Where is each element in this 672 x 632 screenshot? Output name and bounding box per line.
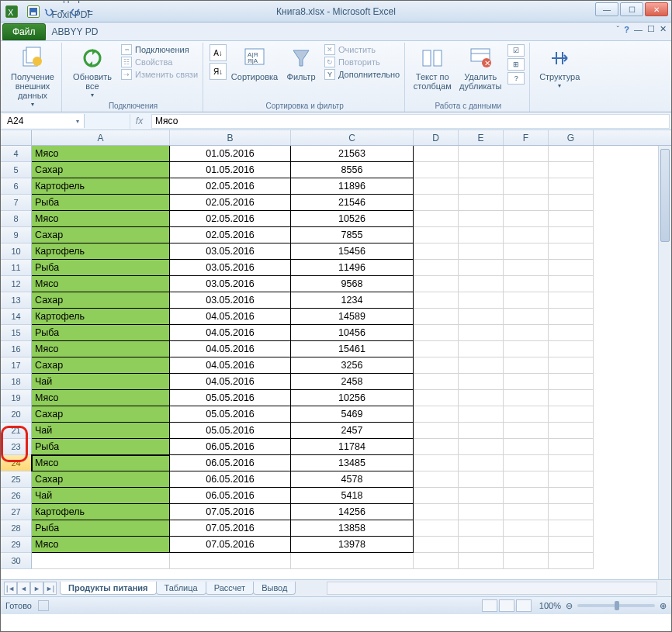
cell[interactable]: 03.05.2016 (170, 276, 291, 292)
col-header-B[interactable]: B (170, 130, 291, 145)
name-box[interactable]: A24 ▾ (2, 114, 85, 128)
text-to-columns-button[interactable]: Текст по столбцам (411, 44, 453, 91)
cell[interactable]: Мясо (32, 211, 170, 227)
row-header[interactable]: 5 (1, 162, 32, 178)
cell[interactable] (504, 243, 549, 260)
cell[interactable]: 14256 (291, 504, 414, 520)
row-header[interactable]: 14 (1, 309, 32, 325)
cell[interactable] (414, 178, 459, 195)
cell[interactable]: Мясо (32, 341, 170, 357)
cell[interactable] (414, 243, 459, 260)
sheet-tab[interactable]: Продукты питания (60, 582, 157, 595)
cell[interactable] (549, 374, 594, 390)
zoom-level[interactable]: 100% (539, 601, 561, 610)
cell[interactable] (549, 309, 594, 325)
cell[interactable]: 07.05.2016 (170, 504, 291, 520)
cell[interactable]: 04.05.2016 (170, 374, 291, 390)
cell[interactable] (504, 504, 549, 520)
cell[interactable]: 06.05.2016 (170, 471, 291, 488)
cell[interactable]: Сахар (32, 292, 170, 309)
cell[interactable] (170, 553, 291, 569)
cell[interactable] (414, 276, 459, 292)
close-button[interactable]: ✕ (645, 2, 668, 16)
cell[interactable] (414, 341, 459, 357)
cell[interactable] (504, 439, 549, 455)
col-header-G[interactable]: G (549, 130, 594, 145)
cell[interactable]: 05.05.2016 (170, 390, 291, 406)
cell[interactable]: Мясо (32, 146, 170, 162)
col-header-C[interactable]: C (291, 130, 414, 145)
cell[interactable]: Мясо (32, 455, 170, 471)
row-header[interactable]: 28 (1, 520, 32, 537)
cell[interactable] (549, 276, 594, 292)
cell[interactable] (459, 553, 504, 569)
cell[interactable] (414, 227, 459, 243)
cell[interactable] (32, 553, 170, 569)
cell[interactable]: Сахар (32, 406, 170, 423)
cell[interactable]: Картофель (32, 243, 170, 260)
cell[interactable]: 7855 (291, 227, 414, 243)
cell[interactable]: Мясо (32, 537, 170, 553)
cell[interactable] (549, 325, 594, 341)
row-header[interactable]: 19 (1, 390, 32, 406)
cell[interactable] (504, 162, 549, 178)
view-normal-button[interactable] (482, 599, 497, 612)
cell[interactable] (504, 292, 549, 309)
cell[interactable] (459, 423, 504, 439)
cell[interactable]: 02.05.2016 (170, 211, 291, 227)
cell[interactable]: 02.05.2016 (170, 195, 291, 211)
zoom-in-button[interactable]: ⊕ (660, 601, 667, 611)
cell[interactable] (459, 406, 504, 423)
vertical-scrollbar[interactable] (658, 146, 671, 579)
cell[interactable] (414, 325, 459, 341)
minimize-button[interactable]: — (595, 2, 618, 16)
cell[interactable] (414, 537, 459, 553)
sort-desc-button[interactable]: Я↓ (210, 63, 227, 80)
zoom-out-button[interactable]: ⊖ (566, 601, 573, 611)
cell[interactable] (549, 455, 594, 471)
cell[interactable]: 8556 (291, 162, 414, 178)
cell[interactable] (549, 178, 594, 195)
cell[interactable] (504, 423, 549, 439)
cell[interactable]: 11784 (291, 439, 414, 455)
cell[interactable] (414, 423, 459, 439)
cell[interactable]: 11496 (291, 260, 414, 276)
cell[interactable] (504, 211, 549, 227)
row-header[interactable]: 17 (1, 357, 32, 374)
cell[interactable]: 01.05.2016 (170, 146, 291, 162)
doc-restore-icon[interactable]: ☐ (647, 24, 655, 34)
cell[interactable]: 1234 (291, 292, 414, 309)
remove-duplicates-button[interactable]: ✕ Удалить дубликаты (458, 44, 503, 91)
sheet-tab[interactable]: Таблица (156, 582, 206, 595)
cell[interactable] (414, 357, 459, 374)
cell[interactable] (549, 390, 594, 406)
cell[interactable] (291, 553, 414, 569)
cell[interactable] (504, 455, 549, 471)
cell[interactable]: Рыба (32, 325, 170, 341)
cell[interactable] (414, 390, 459, 406)
row-header[interactable]: 6 (1, 178, 32, 195)
get-external-data-button[interactable]: Получение внешних данных ▾ (9, 44, 57, 109)
sheet-nav-last[interactable]: ►| (43, 582, 57, 595)
cell[interactable]: 15461 (291, 341, 414, 357)
cell[interactable]: 05.05.2016 (170, 423, 291, 439)
cell[interactable] (504, 260, 549, 276)
cell[interactable]: 15456 (291, 243, 414, 260)
cell[interactable] (549, 537, 594, 553)
cell[interactable]: Сахар (32, 162, 170, 178)
cell[interactable] (504, 309, 549, 325)
cell[interactable] (459, 227, 504, 243)
cell[interactable] (504, 227, 549, 243)
cell[interactable]: 02.05.2016 (170, 178, 291, 195)
cell[interactable] (459, 374, 504, 390)
row-header[interactable]: 16 (1, 341, 32, 357)
data-validation-button[interactable]: ☑ (507, 44, 525, 57)
cell[interactable] (549, 227, 594, 243)
cell[interactable] (549, 520, 594, 537)
cell[interactable] (504, 276, 549, 292)
row-header[interactable]: 9 (1, 227, 32, 243)
cell[interactable] (504, 325, 549, 341)
macro-record-icon[interactable] (38, 600, 49, 611)
cell[interactable] (549, 406, 594, 423)
cell[interactable] (549, 553, 594, 569)
